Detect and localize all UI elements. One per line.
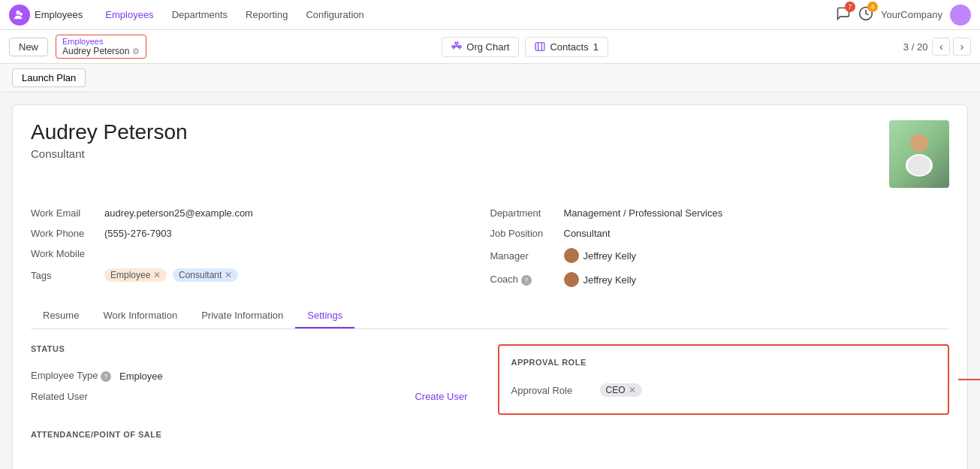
employee-type-field: Employee Type ? Employee [31, 365, 468, 386]
department-label: Department [490, 207, 558, 219]
user-avatar[interactable] [950, 5, 971, 26]
related-user-label: Related User [31, 391, 113, 402]
launch-plan-button[interactable]: Launch Plan [12, 68, 86, 87]
employee-header: Audrey Peterson Consultant [31, 120, 949, 188]
manager-value: Jeffrey Kelly [564, 248, 637, 263]
approval-title: APPROVAL ROLE [511, 358, 936, 367]
manager-avatar [564, 248, 579, 263]
toolbar: New Employees Audrey Peterson ⚙ Org Char… [0, 30, 980, 64]
breadcrumb: Employees Audrey Peterson ⚙ [56, 35, 146, 59]
nav-items: Employees Departments Reporting Configur… [98, 5, 371, 25]
nav-reporting[interactable]: Reporting [238, 5, 295, 25]
annotation: ▶ Set Approval Role [958, 371, 980, 388]
launch-bar: Launch Plan [0, 64, 980, 92]
fields-grid: Work Email audrey.peterson25@example.com… [31, 203, 949, 292]
clock-badge: 4 [867, 2, 878, 12]
contacts-button[interactable]: Contacts 1 [525, 37, 608, 57]
contacts-icon [535, 41, 545, 52]
create-user-link[interactable]: Create User [415, 391, 467, 402]
approval-section: APPROVAL ROLE Approval Role CEO ✕ [498, 344, 950, 415]
tag-employee-remove[interactable]: ✕ [153, 270, 161, 280]
svg-point-0 [16, 11, 20, 14]
nav-arrows: ‹ › [932, 38, 971, 56]
org-chart-icon [451, 41, 462, 52]
work-email-row: Work Email audrey.peterson25@example.com [31, 203, 490, 223]
coach-row: Coach ? Jeffrey Kelly [490, 268, 950, 292]
svg-rect-3 [456, 42, 459, 44]
svg-point-15 [908, 156, 930, 176]
pagination: 3 / 20 [903, 41, 928, 53]
department-row: Department Management / Professional Ser… [490, 203, 950, 223]
nav-employees[interactable]: Employees [98, 5, 161, 25]
logo-icon [9, 5, 30, 26]
employee-name: Audrey Peterson [31, 120, 188, 144]
coach-value: Jeffrey Kelly [564, 272, 637, 287]
prev-button[interactable]: ‹ [932, 38, 950, 56]
gear-icon[interactable]: ⚙ [132, 47, 140, 56]
employee-type-label: Employee Type ? [31, 370, 113, 382]
employee-photo [889, 120, 949, 188]
svg-point-1 [20, 12, 23, 15]
messages-badge: 7 [845, 2, 855, 12]
employee-type-value: Employee [119, 371, 163, 382]
attendance-title: ATTENDANCE/POINT OF SALE [31, 430, 949, 439]
company-name: YourCompany [881, 9, 942, 20]
tab-work-information[interactable]: Work Information [91, 304, 189, 328]
settings-tab-content: STATUS Employee Type ? Employee Related … [31, 329, 949, 466]
approval-wrapper: APPROVAL ROLE Approval Role CEO ✕ ▶ [498, 344, 950, 415]
tab-private-information[interactable]: Private Information [189, 304, 295, 328]
svg-rect-10 [536, 43, 545, 51]
messages-icon[interactable]: 7 [836, 6, 851, 23]
org-chart-button[interactable]: Org Chart [442, 37, 519, 57]
work-phone-value: (555)-276-7903 [104, 228, 172, 239]
job-position-row: Job Position Consultant [490, 223, 950, 244]
attendance-section: ATTENDANCE/POINT OF SALE [31, 430, 949, 439]
settings-grid: STATUS Employee Type ? Employee Related … [31, 344, 949, 415]
tag-consultant: Consultant ✕ [173, 268, 238, 282]
approval-role-label: Approval Role [511, 385, 594, 396]
department-value: Management / Professional Services [564, 207, 723, 219]
breadcrumb-current: Audrey Peterson ⚙ [62, 46, 140, 56]
work-phone-row: Work Phone (555)-276-7903 [31, 223, 490, 244]
tab-resume[interactable]: Resume [31, 304, 91, 328]
photo-person-icon [900, 132, 938, 177]
nav-configuration[interactable]: Configuration [298, 5, 371, 25]
nav-departments[interactable]: Departments [164, 5, 235, 25]
coach-help-icon[interactable]: ? [521, 275, 532, 286]
employee-job-title: Consultant [31, 147, 188, 160]
tab-settings[interactable]: Settings [295, 304, 354, 328]
coach-avatar [564, 272, 579, 287]
tag-consultant-remove[interactable]: ✕ [225, 270, 232, 280]
clock-icon[interactable]: 4 [858, 6, 873, 23]
next-button[interactable]: › [953, 38, 971, 56]
related-user-field: Related User Create User [31, 386, 468, 407]
top-navigation: Employees Employees Departments Reportin… [0, 0, 980, 30]
approval-role-remove[interactable]: ✕ [629, 385, 636, 395]
job-position-label: Job Position [490, 228, 558, 239]
work-email-label: Work Email [31, 207, 98, 219]
employee-type-help-icon[interactable]: ? [101, 371, 111, 382]
work-mobile-row: Work Mobile [31, 244, 490, 264]
work-mobile-label: Work Mobile [31, 248, 98, 259]
arrow-shaft [958, 379, 980, 380]
breadcrumb-parent[interactable]: Employees [62, 37, 140, 46]
toolbar-center: Org Chart Contacts 1 [442, 37, 608, 57]
tags-row: Tags Employee ✕ Consultant ✕ [31, 264, 490, 286]
photo-placeholder [889, 120, 949, 188]
tag-employee: Employee ✕ [104, 268, 167, 282]
job-position-value: Consultant [564, 228, 611, 239]
app-title: Employees [35, 9, 83, 20]
employee-name-section: Audrey Peterson Consultant [31, 120, 188, 160]
nav-right: 7 4 YourCompany [836, 5, 971, 26]
new-button[interactable]: New [9, 38, 48, 56]
work-email-value: audrey.peterson25@example.com [104, 207, 253, 219]
coach-label: Coach ? [490, 274, 558, 286]
toolbar-right: 3 / 20 ‹ › [903, 38, 971, 56]
main-content: Audrey Peterson Consultant Work Email au [0, 92, 980, 469]
status-section: STATUS Employee Type ? Employee Related … [31, 344, 483, 415]
svg-point-13 [910, 134, 928, 152]
app-logo[interactable]: Employees [9, 5, 83, 26]
status-title: STATUS [31, 344, 468, 353]
approval-role-tag: CEO ✕ [600, 383, 642, 397]
manager-label: Manager [490, 250, 558, 262]
